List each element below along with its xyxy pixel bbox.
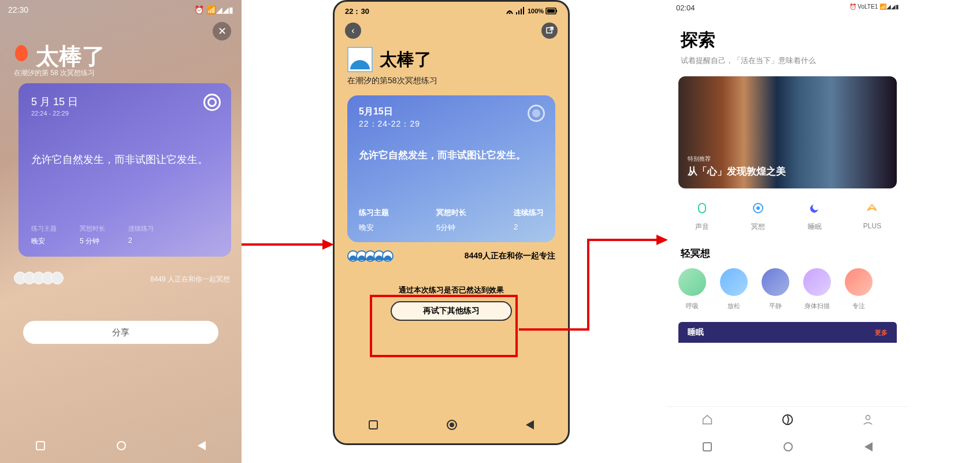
session-date: 5 月 15 日 [31,95,218,109]
top-nav: ‹ [335,17,568,45]
med-focus[interactable]: 专注 [845,268,873,310]
svg-text:100%: 100% [528,8,544,14]
status-time: 22:30 [8,5,28,14]
android-nav-bar [0,434,242,457]
target-icon [203,94,221,111]
page-title: 探索 [667,12,908,55]
target-icon [528,105,545,122]
stat-duration: 冥想时长 5 分钟 [80,224,105,246]
recent-apps-button[interactable] [369,420,378,429]
back-button[interactable]: ‹ [345,23,361,39]
page-subtitle: 在潮汐的第58次冥想练习 [335,76,568,86]
tab-explore[interactable] [781,413,794,426]
session-time: 22：24-22：29 [359,119,544,129]
category-meditation[interactable]: 冥想 [750,200,766,232]
home-button[interactable] [117,441,126,450]
status-bar: 22:30 ⏰ 📶◢◢▮ [0,0,242,16]
med-relax[interactable]: 放松 [720,268,748,310]
share-button[interactable]: 分享 [23,321,218,344]
session-date: 5月15日 [359,106,544,118]
med-bodyscan[interactable]: 身体扫描 [803,268,831,310]
android-nav-bar [335,412,568,438]
svg-rect-1 [516,12,517,14]
android-nav-bar [667,435,908,458]
session-card: 5 月 15 日 22:24 - 22:29 允许它自然发生，而非试图让它发生。… [18,83,231,257]
category-plus[interactable]: PLUS [863,200,881,232]
meditation-row[interactable]: 呼吸 放松 平静 身体扫描 专注 [667,266,908,310]
svg-rect-7 [547,9,555,13]
participant-avatars [347,250,394,262]
stat-streak: 连续练习 2 [514,208,544,233]
home-button[interactable] [784,442,793,451]
stat-streak: 连续练习 2 [128,224,154,246]
session-stats: 练习主题 晚安 冥想时长 5分钟 连续练习 2 [359,208,544,233]
back-button[interactable] [198,441,206,450]
session-quote: 允许它自然发生，而非试图让它发生。 [359,148,544,163]
status-time: 02:04 [676,3,695,12]
session-quote: 允许它自然发生，而非试图让它发生。 [31,151,218,168]
med-calm[interactable]: 平静 [762,268,789,310]
svg-rect-4 [523,7,524,14]
sleep-section-header[interactable]: 睡眠 更多 [678,322,897,343]
status-time: 22：30 [345,6,369,17]
tab-home[interactable] [701,413,714,426]
hero-card[interactable]: 特别推荐 从「心」发现敦煌之美 [678,76,897,188]
med-breathe[interactable]: 呼吸 [678,268,706,310]
bottom-tab-bar [667,406,908,432]
stat-theme: 练习主题 晚安 [31,224,57,246]
session-time: 22:24 - 22:29 [31,110,218,117]
phone-2-meditation-wireframe: 22：30 100% ‹ 太棒了 在潮汐的第58次冥想练习 5月15日 2 [333,0,570,445]
svg-marker-17 [656,235,668,245]
home-button[interactable] [447,420,457,430]
page-title: 太棒了 [36,40,105,72]
session-stats: 练习主题 晚安 冥想时长 5 分钟 连续练习 2 [31,224,218,246]
flow-arrow-1 [242,236,334,253]
status-icons: ⏰ 📶◢◢▮ [194,5,233,14]
svg-rect-10 [699,203,706,213]
status-icons: ⏰ VoLTE1 📶◢◢▮ [849,3,899,12]
share-button[interactable] [541,23,558,39]
effect-question: 通过本次练习是否已然达到效果 [335,285,568,295]
plus-icon [864,200,880,216]
svg-rect-2 [518,10,519,14]
status-bar: 22：30 100% [335,2,568,17]
try-other-button[interactable]: 再试下其他练习 [391,301,512,321]
participant-avatars [14,272,64,284]
meditation-icon [750,200,766,216]
session-card: 5月15日 22：24-22：29 允许它自然发生，而非试图让它发生。 练习主题… [347,95,555,242]
sleep-more-link[interactable]: 更多 [875,328,888,337]
svg-point-0 [509,12,511,14]
hero-title: 从「心」发现敦煌之美 [688,165,786,178]
stat-duration: 冥想时长 5分钟 [436,208,466,233]
phone-1-meditation-complete: 22:30 ⏰ 📶◢◢▮ ✕ 太棒了 在潮汐的第 58 次冥想练习 5 月 15… [0,0,242,463]
header: 太棒了 [335,45,568,76]
back-button[interactable] [526,420,534,429]
category-sleep[interactable]: 睡眠 [807,200,823,232]
back-button[interactable] [864,442,873,451]
svg-rect-8 [556,10,557,12]
participant-count: 8449人正在和你一起专注 [465,251,555,261]
page-subtitle: 在潮汐的第 58 次冥想练习 [14,68,95,78]
sleep-icon [807,200,823,216]
hero-tag: 特别推荐 [688,155,711,163]
status-bar: 02:04 ⏰ VoLTE1 📶◢◢▮ [667,0,908,12]
phone-3-explore: 02:04 ⏰ VoLTE1 📶◢◢▮ 探索 试着提醒自己，「活在当下」意味着什… [667,0,908,463]
svg-marker-16 [322,239,334,250]
sound-icon [694,200,710,216]
section-light-meditation: 轻冥想 [667,236,908,266]
svg-point-14 [866,415,870,419]
status-icons: 100% [506,7,558,17]
balloon-icon [15,45,28,61]
page-title: 太棒了 [380,48,432,72]
tab-profile[interactable] [862,413,874,426]
category-sound[interactable]: 声音 [694,200,710,232]
participants-row: 8449人正在和你一起专注 [335,242,568,262]
stat-theme: 练习主题 晚安 [359,208,389,233]
svg-point-12 [756,206,760,210]
svg-rect-3 [521,9,522,14]
close-button[interactable]: ✕ [213,22,231,40]
recent-apps-button[interactable] [36,441,45,450]
recent-apps-button[interactable] [703,442,712,451]
image-placeholder-icon [347,47,373,72]
category-row: 声音 冥想 睡眠 PLUS [667,188,908,236]
